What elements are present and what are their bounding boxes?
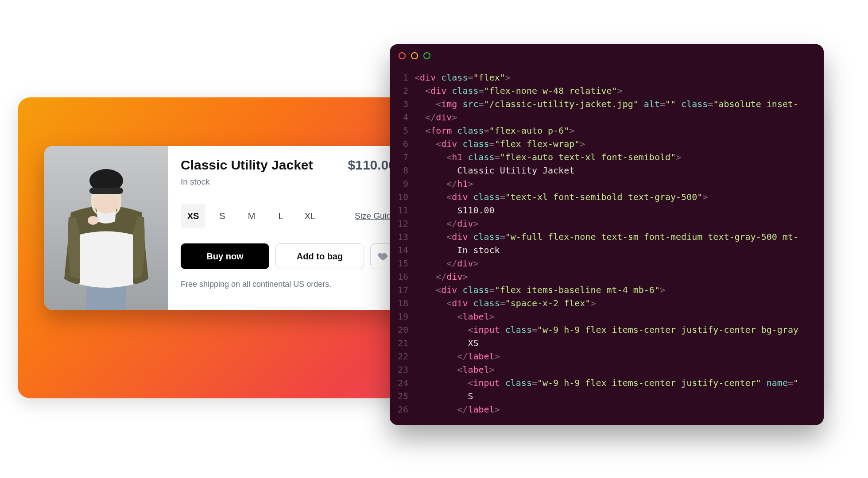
- window-close-icon[interactable]: [399, 52, 406, 59]
- window-minimize-icon[interactable]: [411, 52, 418, 59]
- shipping-note: Free shipping on all continental US orde…: [181, 280, 396, 289]
- size-option-s[interactable]: S: [210, 204, 235, 228]
- buy-now-button[interactable]: Buy now: [181, 243, 269, 269]
- svg-point-5: [88, 216, 98, 225]
- svg-rect-4: [89, 188, 123, 194]
- product-title: Classic Utility Jacket: [181, 158, 313, 173]
- code-editor-window: 1 2 3 4 5 6 7 8 9 10 11 12 13 14 15 16 1…: [390, 44, 824, 425]
- product-price: $110.00: [348, 158, 396, 173]
- heart-icon: [377, 251, 389, 262]
- product-image: [44, 146, 168, 310]
- window-titlebar: [390, 44, 824, 67]
- window-zoom-icon[interactable]: [423, 52, 430, 59]
- line-number-gutter: 1 2 3 4 5 6 7 8 9 10 11 12 13 14 15 16 1…: [390, 71, 415, 425]
- stock-status: In stock: [181, 177, 396, 187]
- size-option-m[interactable]: M: [239, 204, 264, 228]
- size-option-xs[interactable]: XS: [181, 204, 205, 228]
- code-content: <div class="flex"> <div class="flex-none…: [415, 71, 824, 425]
- product-form: Classic Utility Jacket $110.00 In stock …: [168, 146, 407, 310]
- product-card: Classic Utility Jacket $110.00 In stock …: [44, 146, 407, 310]
- size-selector: XSSMLXLSize Guide: [181, 204, 396, 228]
- add-to-bag-button[interactable]: Add to bag: [275, 243, 364, 269]
- size-option-xl[interactable]: XL: [298, 204, 322, 228]
- size-option-l[interactable]: L: [268, 204, 293, 228]
